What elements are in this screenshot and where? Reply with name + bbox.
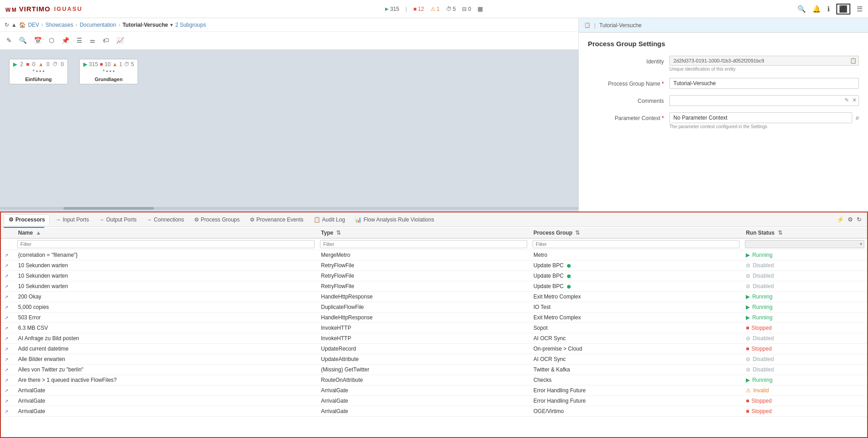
col-icon-header bbox=[1, 228, 14, 238]
row-link-icon[interactable]: ↗ bbox=[1, 292, 14, 302]
breadcrumb-bar: ↻ ▲ 🏠 DEV › Showcases › Documentation › … bbox=[0, 18, 578, 32]
identity-input[interactable] bbox=[669, 56, 859, 66]
panel-content: Process Group Settings Identity 📋 Unique… bbox=[579, 33, 868, 143]
stop-icon: ■ bbox=[413, 6, 416, 12]
pin-icon[interactable]: 📌 bbox=[60, 36, 71, 45]
tab-output-ports[interactable]: → Output Ports bbox=[94, 215, 141, 225]
row-process-group: IO Test bbox=[530, 302, 742, 313]
breadcrumb-dropdown-icon[interactable]: ▾ bbox=[170, 22, 173, 28]
pg-card-grundlagen[interactable]: ▶ 315 ■ 10 ▲ 1 ⏱ 5 *••• Grundlagen bbox=[79, 59, 138, 84]
copy-icon[interactable]: 📋 bbox=[850, 58, 857, 64]
breadcrumb-documentation[interactable]: Documentation bbox=[80, 22, 116, 28]
filter-status-select[interactable]: Running Stopped Disabled Invalid bbox=[745, 240, 864, 248]
scrollbar-thumb[interactable] bbox=[63, 207, 154, 210]
logo-virtimo: W M bbox=[5, 4, 19, 14]
monitor-icon[interactable]: ⬛ bbox=[836, 4, 850, 14]
edit-comment-icon[interactable]: ✎ bbox=[844, 97, 849, 103]
menu-icon[interactable]: ☰ bbox=[857, 5, 863, 13]
tab-input-ports[interactable]: → Input Ports bbox=[51, 215, 93, 225]
list-icon[interactable]: ☰ bbox=[75, 36, 84, 45]
settings-icon[interactable]: ⚙ bbox=[848, 216, 853, 223]
logo: W M VIRTIMO IGUASU bbox=[5, 4, 82, 14]
table-row: ↗Add current datetimeUpdateRecordOn-prem… bbox=[1, 344, 867, 354]
col-pg-header[interactable]: Process Group ⇅ bbox=[530, 228, 742, 238]
breadcrumb-subgroup[interactable]: 2 Subgroups bbox=[175, 22, 206, 28]
filter-icon[interactable]: ⚡ bbox=[837, 216, 844, 223]
row-link-icon[interactable]: ↗ bbox=[1, 260, 14, 271]
pg-name-row: Process Group Name bbox=[588, 78, 859, 89]
col-name-header[interactable]: Name ▲ bbox=[14, 228, 317, 238]
align-icon[interactable]: ⚌ bbox=[88, 36, 97, 45]
row-process-group: Sopot bbox=[530, 323, 742, 333]
identity-value-wrapper: 📋 Unique identification of this entity bbox=[669, 56, 859, 72]
table-row: ↗6.3 MB CSVInvokeHTTPSopot■Stopped bbox=[1, 323, 867, 333]
tab-processors[interactable]: ⚙ Processors bbox=[4, 214, 50, 225]
row-link-icon[interactable]: ↗ bbox=[1, 396, 14, 406]
row-link-icon[interactable]: ↗ bbox=[1, 323, 14, 333]
tab-connections[interactable]: → Connections bbox=[142, 215, 189, 225]
row-link-icon[interactable]: ↗ bbox=[1, 271, 14, 281]
row-link-icon[interactable]: ↗ bbox=[1, 250, 14, 260]
pg-card-einfuhrung[interactable]: ▶ 2 ■ 0 ▲ 0 ⏱ 0 *••• Einführung bbox=[9, 59, 68, 84]
layers-icon[interactable]: ⬡ bbox=[47, 36, 56, 45]
chart-icon[interactable]: 📈 bbox=[114, 36, 126, 45]
home-icon[interactable]: 🏠 bbox=[19, 22, 26, 28]
provenance-tab-label: Provenance Events bbox=[257, 217, 304, 223]
comments-input[interactable] bbox=[669, 95, 859, 106]
breadcrumb-dev[interactable]: DEV bbox=[28, 22, 39, 28]
row-link-icon[interactable]: ↗ bbox=[1, 406, 14, 417]
row-type: (Missing) GetTwitter bbox=[317, 365, 529, 375]
processors-tab-label: Processors bbox=[15, 217, 45, 223]
refresh-table-icon[interactable]: ↻ bbox=[857, 216, 862, 223]
filter-type-input[interactable] bbox=[320, 240, 527, 248]
row-link-icon[interactable]: ↗ bbox=[1, 365, 14, 375]
row-link-icon[interactable]: ↗ bbox=[1, 385, 14, 396]
breadcrumb-showcases[interactable]: Showcases bbox=[46, 22, 73, 28]
tab-process-groups[interactable]: ⚙ Process Groups bbox=[190, 215, 244, 225]
filter-name-input[interactable] bbox=[17, 240, 315, 248]
row-process-group: Exit Metro Complex bbox=[530, 313, 742, 323]
clock-icon: ⏱ bbox=[446, 6, 452, 12]
calendar-icon[interactable]: 📅 bbox=[32, 36, 43, 45]
col-type-header[interactable]: Type ⇅ bbox=[317, 228, 529, 238]
filter-pg-input[interactable] bbox=[533, 240, 739, 248]
sort-pg-icon: ⇅ bbox=[575, 230, 580, 236]
row-type: RetryFlowFile bbox=[317, 260, 529, 271]
search-icon[interactable]: 🔍 bbox=[797, 5, 806, 13]
tab-provenance[interactable]: ⚙ Provenance Events bbox=[245, 215, 308, 225]
play-icon-card: ▶ bbox=[13, 61, 17, 67]
card2-stat-total: 315 bbox=[89, 61, 98, 67]
table-toolbar-icons: ⚡ ⚙ ↻ bbox=[834, 216, 864, 223]
tab-audit-log[interactable]: 📋 Audit Log bbox=[309, 215, 350, 225]
row-run-status: ▶Running bbox=[742, 313, 867, 323]
edit-icon[interactable]: ✎ bbox=[5, 36, 14, 45]
col-status-header[interactable]: Run Status ⇅ bbox=[742, 228, 867, 238]
row-link-icon[interactable]: ↗ bbox=[1, 302, 14, 313]
output-ports-tab-icon: → bbox=[99, 217, 104, 223]
row-link-icon[interactable]: ↗ bbox=[1, 375, 14, 385]
panel-separator: | bbox=[594, 22, 596, 29]
table-scroll-area[interactable]: Name ▲ Type ⇅ Process Group ⇅ bbox=[1, 228, 867, 438]
row-link-icon[interactable]: ↗ bbox=[1, 333, 14, 344]
left-header: ↻ ▲ 🏠 DEV › Showcases › Documentation › … bbox=[0, 18, 578, 50]
nav-up-icon[interactable]: ▲ bbox=[11, 22, 17, 28]
panel-topbar-icon: 📋 bbox=[584, 22, 591, 28]
info-icon[interactable]: ℹ bbox=[827, 5, 830, 13]
pg-name-input[interactable] bbox=[669, 78, 859, 89]
row-link-icon[interactable]: ↗ bbox=[1, 354, 14, 365]
search-toolbar-icon[interactable]: 🔍 bbox=[17, 36, 29, 45]
filter-name-cell bbox=[14, 238, 317, 250]
stat-red: ■ 12 bbox=[413, 6, 424, 12]
refresh-icon[interactable]: ↻ bbox=[5, 22, 9, 28]
row-link-icon[interactable]: ↗ bbox=[1, 313, 14, 323]
horizontal-scrollbar[interactable] bbox=[0, 207, 578, 210]
clear-comment-icon[interactable]: ✕ bbox=[852, 97, 857, 103]
row-link-icon[interactable]: ↗ bbox=[1, 281, 14, 292]
row-link-icon[interactable]: ↗ bbox=[1, 344, 14, 354]
hash-icon[interactable]: # bbox=[856, 115, 859, 121]
tab-flow-analysis[interactable]: 📊 Flow Analysis Rule Violations bbox=[350, 215, 439, 225]
canvas-area: ▶ 2 ■ 0 ▲ 0 ⏱ 0 *••• Einführung ▶ 315 ■ … bbox=[0, 50, 578, 212]
tag-icon[interactable]: 🏷 bbox=[101, 36, 111, 45]
alert-icon[interactable]: 🔔 bbox=[812, 5, 821, 13]
param-context-select[interactable]: No Parameter Context bbox=[669, 112, 852, 123]
